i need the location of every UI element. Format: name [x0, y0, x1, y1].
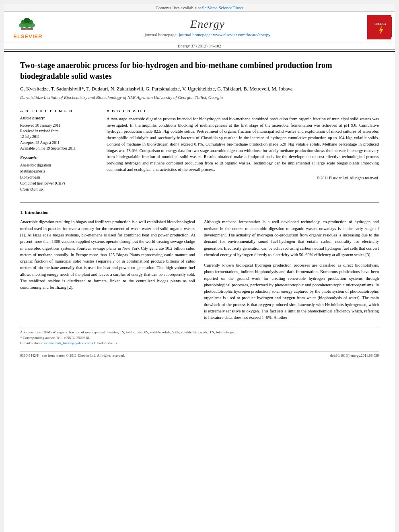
- corresponding-author: * Corresponding author. Tel.: +995 32 25…: [20, 335, 379, 341]
- abstract-col: A B S T R A C T A two-stage anaerobic di…: [107, 108, 379, 197]
- email-person: (T. Sadunishvili).: [93, 341, 118, 345]
- svg-text:ENERGY: ENERGY: [374, 23, 387, 25]
- available-date: Available online 19 September 2011: [20, 146, 99, 151]
- history-label: Article history:: [20, 115, 99, 121]
- article-page: Contents lists available at SciVerse Sci…: [4, 4, 395, 532]
- email-label: E-mail address:: [20, 341, 43, 345]
- svg-rect-9: [370, 17, 392, 37]
- svg-point-6: [24, 18, 30, 23]
- intro-right-col: Although methane fermentation is a well …: [204, 219, 379, 321]
- revised-date: 12 July 2011: [20, 134, 99, 140]
- elsevier-wordmark: ELSEVIER: [11, 33, 45, 39]
- journal-title-area: Energy journal homepage: journal homepag…: [52, 12, 363, 43]
- header-main: ELSEVIER Energy journal homepage: journa…: [4, 12, 395, 43]
- article-info-col: A R T I C L E I N F O Article history: R…: [20, 108, 99, 197]
- intro-para-1: Anaerobic digestion resulting in biogas …: [20, 219, 195, 291]
- keywords-label: Keywords:: [20, 155, 99, 161]
- abstract-label: A B S T R A C T: [107, 108, 379, 114]
- intro-section: 1. Introduction Anaerobic digestion resu…: [20, 210, 379, 321]
- divider-2: [20, 202, 379, 203]
- bottom-bar: 0360-5442/$ – see front matter © 2011 El…: [20, 351, 379, 357]
- revised-label: Received in revised form: [20, 128, 99, 134]
- intro-heading: 1. Introduction: [20, 210, 379, 215]
- abbreviations: Abbreviations: OFMSW, organic fraction o…: [20, 330, 379, 335]
- received-date: Received 30 January 2011: [20, 123, 99, 128]
- email-link[interactable]: sadunishvili_tinatin@yahoo.com: [43, 341, 91, 345]
- sciverse-link[interactable]: SciVerse ScienceDirect: [202, 5, 243, 10]
- doi-text: doi:10.1016/j.energy.2011.08.039: [330, 353, 379, 357]
- article-info-label: A R T I C L E I N F O: [20, 108, 99, 114]
- energy-badge-area: ENERGY: [363, 12, 395, 43]
- authors: G. Kvesitadze, T. Sadunishvili*, T. Duda…: [20, 86, 379, 93]
- authors-text: G. Kvesitadze, T. Sadunishvili*, T. Duda…: [20, 86, 292, 92]
- issn-text: 0360-5442/$ – see front matter © 2011 El…: [20, 353, 125, 357]
- keyword-5: Clostridium sp.: [20, 187, 99, 193]
- journal-homepage: journal homepage: journal homepage: www.…: [144, 32, 270, 37]
- elsevier-tree-icon: [11, 15, 45, 31]
- keywords-list: Anaerobic digestion Methanogenesis Biohy…: [20, 162, 99, 193]
- footnotes: Abbreviations: OFMSW, organic fraction o…: [20, 327, 379, 346]
- journal-title: Energy: [190, 18, 225, 31]
- keywords-section: Keywords: Anaerobic digestion Methanogen…: [20, 155, 99, 193]
- keyword-3: Biohydrogen: [20, 175, 99, 181]
- intro-para-right-1: Although methane fermentation is a well …: [204, 219, 379, 258]
- article-title: Two-stage anaerobic process for bio-hydr…: [20, 60, 379, 82]
- email-line: E-mail address: sadunishvili_tinatin@yah…: [20, 341, 379, 346]
- energy-badge: ENERGY: [367, 15, 391, 39]
- info-abstract-section: A R T I C L E I N F O Article history: R…: [20, 108, 379, 197]
- accepted-date: Accepted 25 August 2011: [20, 140, 99, 146]
- elsevier-logo-area: ELSEVIER: [4, 12, 52, 43]
- intro-para-right-2: Currently known biological hydrogen prod…: [204, 262, 379, 321]
- journal-homepage-link[interactable]: journal homepage: www.elsevier.com/locat…: [179, 32, 270, 37]
- abstract-text: A two-stage anaerobic digestion process …: [107, 116, 379, 173]
- divider-1: [20, 104, 379, 104]
- article-content: Two-stage anaerobic process for bio-hydr…: [4, 52, 395, 366]
- keyword-4: Combined heat power (CHP): [20, 181, 99, 187]
- sciverse-bar: Contents lists available at SciVerse Sci…: [4, 4, 395, 12]
- copyright: © 2011 Elsevier Ltd. All rights reserved…: [107, 175, 379, 181]
- keyword-1: Anaerobic digestion: [20, 162, 99, 168]
- article-history: Article history: Received 30 January 201…: [20, 115, 99, 151]
- intro-left-col: Anaerobic digestion resulting in biogas …: [20, 219, 195, 321]
- journal-ref: Energy 37 (2012) 94–102: [4, 43, 395, 49]
- journal-header: Contents lists available at SciVerse Sci…: [4, 4, 395, 52]
- keyword-2: Methanogenesis: [20, 168, 99, 175]
- intro-body: Anaerobic digestion resulting in biogas …: [20, 219, 379, 321]
- affiliation: Durmishidze Institute of Biochemistry an…: [20, 95, 379, 100]
